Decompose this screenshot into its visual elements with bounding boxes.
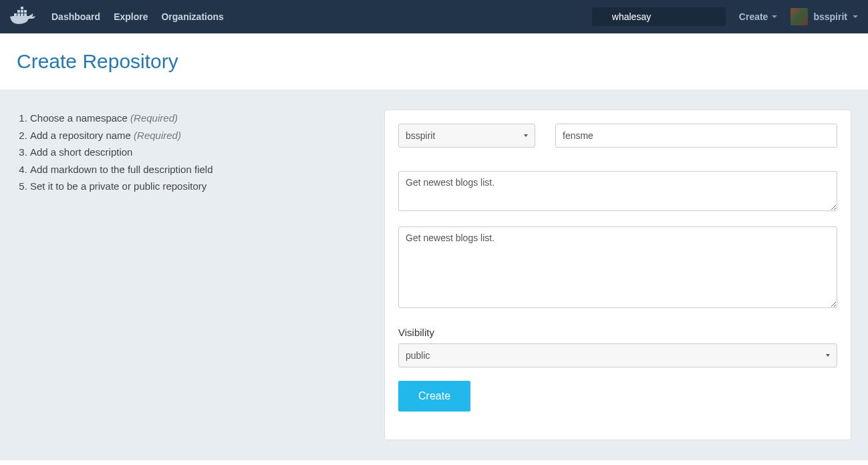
caret-down-icon [826,354,830,357]
instruction-step: Add a short description [30,144,364,161]
instruction-step: Add markdown to the full description fie… [30,161,364,178]
page-title: Create Repository [17,50,851,73]
svg-rect-6 [24,10,27,13]
content-area: Choose a namespace (Required) Add a repo… [0,90,868,460]
nav-explore[interactable]: Explore [114,11,148,22]
namespace-select[interactable]: bsspirit [398,124,535,148]
repo-name-input[interactable] [555,124,837,148]
navbar: Dashboard Explore Organizations Create b… [0,0,868,33]
nav-organizations[interactable]: Organizations [161,11,223,22]
caret-down-icon [772,15,777,18]
docker-logo[interactable] [10,7,38,27]
create-button[interactable]: Create [398,381,470,412]
whale-icon [10,7,38,27]
svg-rect-0 [14,13,17,16]
page-header: Create Repository [0,33,868,90]
caret-down-icon [853,15,858,18]
svg-rect-7 [21,7,23,9]
svg-rect-5 [21,10,23,13]
user-menu[interactable]: bsspirit [790,8,858,25]
visibility-select[interactable]: public [398,343,837,367]
svg-rect-1 [17,13,20,16]
svg-rect-2 [21,13,23,16]
nav-links: Dashboard Explore Organizations [51,11,592,22]
avatar [790,8,808,25]
instructions-panel: Choose a namespace (Required) Add a repo… [17,110,364,440]
instruction-step: Choose a namespace (Required) [30,110,364,127]
short-description-input[interactable] [398,171,837,211]
caret-down-icon [524,134,528,137]
instruction-step: Set it to be a private or public reposit… [30,178,364,195]
visibility-value: public [406,350,430,361]
namespace-value: bsspirit [406,130,435,141]
create-menu[interactable]: Create [739,11,778,22]
full-description-input[interactable] [398,226,837,308]
svg-rect-3 [24,13,27,16]
instructions-list: Choose a namespace (Required) Add a repo… [17,110,364,195]
instruction-step: Add a repository name (Required) [30,127,364,144]
form-panel: bsspirit Visibility public Create [384,110,851,440]
search-wrapper [592,7,726,26]
svg-rect-4 [17,10,20,13]
create-label: Create [739,11,768,22]
nav-dashboard[interactable]: Dashboard [51,11,100,22]
visibility-label: Visibility [398,327,837,338]
username-label: bsspirit [813,11,847,22]
search-input[interactable] [592,7,726,26]
namespace-row: bsspirit [398,124,837,148]
